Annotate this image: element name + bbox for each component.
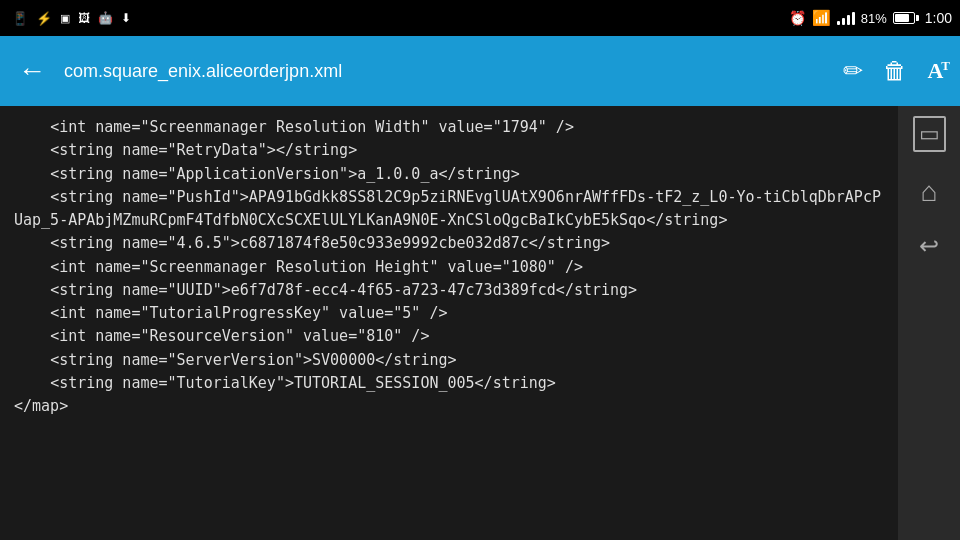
- android-icon: 🤖: [98, 11, 113, 25]
- image-icon: 🖼: [78, 11, 90, 25]
- status-bar-left-icons: 📱 ⚡ ▣ 🖼 🤖 ⬇: [12, 11, 131, 26]
- xml-content[interactable]: <int name="Screenmanager Resolution Widt…: [0, 106, 898, 540]
- usb-icon: ⚡: [36, 11, 52, 26]
- file-title: com.square_enix.aliceorderjpn.xml: [64, 61, 831, 82]
- toolbar-actions: ✏ 🗑 AT: [843, 57, 948, 85]
- phone-icon: 📱: [12, 11, 28, 26]
- back-nav-button[interactable]: ↩: [919, 232, 939, 260]
- alarm-icon: ⏰: [789, 10, 806, 26]
- wifi-icon: 📶: [812, 9, 831, 27]
- delete-button[interactable]: 🗑: [883, 57, 907, 85]
- edit-button[interactable]: ✏: [843, 57, 863, 85]
- recent-apps-button[interactable]: ▭: [913, 116, 946, 152]
- status-bar-right-icons: ⏰ 📶 81% 1:00: [789, 9, 952, 27]
- main-area: <int name="Screenmanager Resolution Widt…: [0, 106, 960, 540]
- xml-text: <int name="Screenmanager Resolution Widt…: [14, 116, 884, 418]
- clock: 1:00: [925, 10, 952, 26]
- toolbar: ← com.square_enix.aliceorderjpn.xml ✏ 🗑 …: [0, 36, 960, 106]
- signal-strength-icon: [837, 11, 855, 25]
- sim-icon: ▣: [60, 12, 70, 25]
- download-icon: ⬇: [121, 11, 131, 25]
- right-sidebar: ▭ ⌂ ↩: [898, 106, 960, 540]
- back-button[interactable]: ←: [12, 55, 52, 87]
- font-size-button[interactable]: AT: [927, 58, 948, 84]
- battery-percent: 81%: [861, 11, 887, 26]
- home-button[interactable]: ⌂: [921, 176, 938, 208]
- status-bar: 📱 ⚡ ▣ 🖼 🤖 ⬇ ⏰ 📶 81% 1:00: [0, 0, 960, 36]
- battery-icon: [893, 12, 919, 24]
